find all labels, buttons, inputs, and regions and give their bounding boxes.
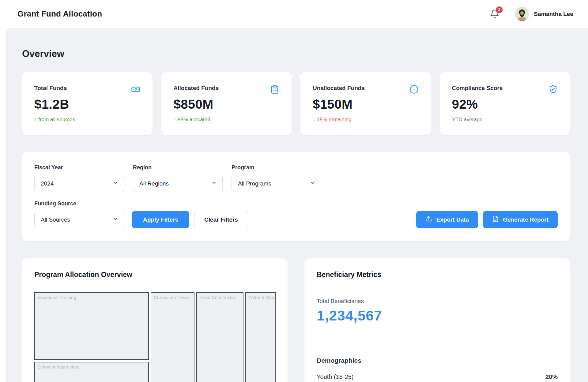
stat-card-allocated-funds: Allocated Funds $850M ↑ 85% allocated: [161, 72, 292, 135]
header-actions: 3 Samantha Lee: [490, 7, 573, 21]
treemap-cell-school-infrastructure[interactable]: School Infrastructure: [34, 362, 149, 382]
funding-source-value: All Sources: [41, 216, 70, 223]
fiscal-year-select[interactable]: 2024: [34, 175, 124, 192]
clear-filters-button[interactable]: Clear Filters: [194, 211, 248, 228]
stat-label: Unallocated Funds: [313, 85, 365, 92]
beneficiary-metrics-title: Beneficiary Metrics: [317, 271, 558, 279]
treemap-cell-curriculum-development[interactable]: Curriculum Deve...: [151, 292, 194, 382]
funding-source-label: Funding Source: [34, 200, 124, 207]
notification-badge: 3: [496, 6, 503, 13]
clipboard-icon: [270, 85, 279, 94]
region-select[interactable]: All Regions: [133, 175, 223, 192]
demographics-row-youth: Youth (18-25) 20%: [317, 373, 558, 380]
program-allocation-treemap: Vocational Training School Infrastructur…: [34, 292, 275, 382]
generate-report-label: Generate Report: [503, 216, 548, 223]
stat-value: $1.2B: [34, 97, 140, 112]
stat-label: Compliance Score: [452, 85, 503, 92]
shield-check-icon: [548, 85, 558, 94]
fiscal-year-value: 2024: [41, 180, 54, 187]
chevron-down-icon: [211, 180, 217, 187]
chevron-down-icon: [310, 180, 315, 187]
avatar[interactable]: [515, 7, 529, 21]
app-title: Grant Fund Allocation: [17, 9, 102, 19]
program-label: Program: [232, 164, 321, 171]
stat-subtext: ↓ 15% remaining: [313, 117, 419, 123]
page-title: Overview: [22, 28, 570, 59]
program-value: All Programs: [238, 180, 271, 187]
info-icon: [409, 85, 419, 94]
demographic-value: 20%: [545, 373, 558, 380]
bell-icon: [490, 15, 499, 20]
treemap-cell-vocational-training[interactable]: Vocational Training: [34, 292, 149, 360]
beneficiary-metrics-panel: Beneficiary Metrics Total Beneficiaries …: [304, 258, 570, 382]
stat-label: Allocated Funds: [174, 85, 219, 92]
filters-panel: Fiscal Year 2024 Region All Regions: [22, 152, 570, 241]
demographic-label: Youth (18-25): [317, 373, 353, 380]
region-label: Region: [133, 164, 223, 171]
upload-icon: [425, 215, 436, 224]
stat-subtext: ↑ from all sources: [34, 117, 140, 123]
export-data-label: Export Data: [436, 216, 469, 223]
document-icon: [492, 215, 503, 224]
stat-subtext: YTD average: [452, 117, 558, 123]
notifications-button[interactable]: 3: [490, 9, 500, 19]
program-allocation-title: Program Allocation Overview: [34, 271, 275, 279]
export-data-button[interactable]: Export Data: [416, 211, 478, 228]
fiscal-year-label: Fiscal Year: [34, 164, 124, 171]
stat-subtext: ↑ 85% allocated: [174, 117, 280, 123]
stat-value: $850M: [174, 97, 280, 112]
stat-card-total-funds: Total Funds $1.2B ↑ from all sources: [22, 72, 153, 135]
user-name[interactable]: Samantha Lee: [534, 11, 573, 17]
generate-report-button[interactable]: Generate Report: [483, 211, 558, 228]
total-beneficiaries-value: 1,234,567: [317, 307, 558, 324]
chevron-down-icon: [113, 216, 118, 223]
banknote-icon: [131, 85, 140, 94]
stat-card-compliance-score: Compliance Score 92% YTD average: [440, 72, 570, 135]
stat-cards-row: Total Funds $1.2B ↑ from all sources All…: [22, 72, 570, 135]
region-value: All Regions: [139, 180, 169, 187]
app-header: Grant Fund Allocation 3 Samantha Lee: [0, 0, 588, 28]
treemap-cell-road-construction[interactable]: Road Constructio...: [196, 292, 243, 382]
apply-filters-button[interactable]: Apply Filters: [132, 211, 189, 228]
demographics-heading: Demographics: [317, 357, 558, 364]
total-beneficiaries-label: Total Beneficiaries: [317, 298, 558, 305]
program-allocation-panel: Program Allocation Overview Vocational T…: [22, 258, 288, 382]
stat-value: $150M: [313, 97, 419, 112]
stat-value: 92%: [452, 97, 558, 112]
chevron-down-icon: [113, 180, 118, 187]
main-content: Overview Total Funds $1.2B ↑ from all so…: [6, 28, 588, 382]
funding-source-select[interactable]: All Sources: [34, 211, 124, 228]
stat-card-unallocated-funds: Unallocated Funds $150M ↓ 15% remaining: [300, 72, 431, 135]
program-select[interactable]: All Programs: [232, 175, 321, 192]
treemap-cell-water-sanitation[interactable]: Water & San..: [245, 292, 276, 382]
stat-label: Total Funds: [34, 85, 67, 92]
